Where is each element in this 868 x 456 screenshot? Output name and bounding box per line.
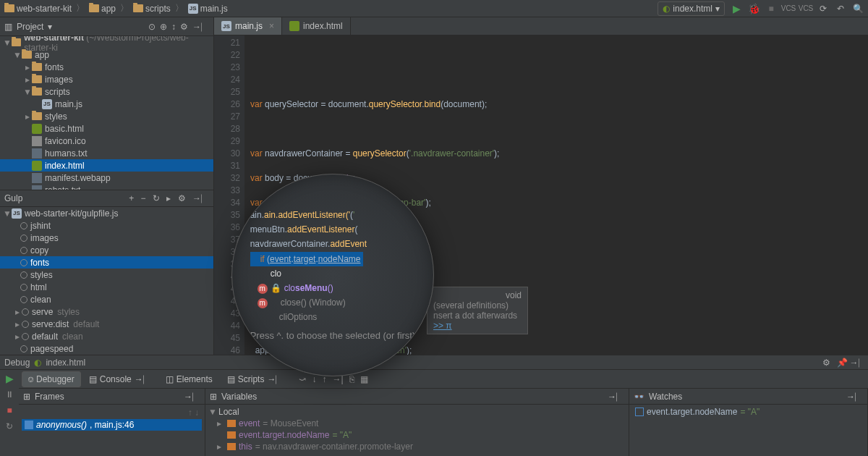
tree-folder-scripts[interactable]: ▼scripts bbox=[0, 85, 213, 98]
settings-icon[interactable]: ⚙ bbox=[820, 357, 832, 368]
tree-project-root[interactable]: ▼web-starter-kit (~/WebstormProjects/web… bbox=[0, 36, 213, 48]
gear-icon[interactable]: ⚙ bbox=[178, 193, 186, 203]
stack-frame[interactable]: anonymous(), main.js:46 bbox=[22, 419, 202, 431]
gulp-task[interactable]: html bbox=[0, 281, 213, 293]
collapse-all-icon[interactable]: ↕ bbox=[171, 22, 176, 32]
tab-console[interactable]: ▤ Console →⎸ bbox=[82, 371, 158, 387]
stop-button[interactable]: ■ bbox=[4, 405, 15, 416]
pin-icon[interactable]: 📌 bbox=[836, 357, 848, 368]
watch-row[interactable]: event.target.nodeName = "A" bbox=[632, 406, 864, 418]
locate-icon[interactable]: ⊕ bbox=[160, 22, 167, 32]
hide-icon[interactable]: →⎸ bbox=[192, 193, 209, 203]
hide-icon[interactable]: →⎸ bbox=[608, 392, 624, 402]
task-icon bbox=[20, 235, 27, 242]
project-tool-icon[interactable]: ▥ bbox=[4, 22, 12, 32]
refresh-icon[interactable]: ↻ bbox=[153, 193, 160, 203]
tree-file[interactable]: basic.html bbox=[0, 122, 213, 135]
sync-icon[interactable]: ⟳ bbox=[817, 3, 829, 14]
folder-icon bbox=[89, 4, 99, 12]
folder-icon bbox=[12, 38, 21, 46]
js-file-icon: JS bbox=[221, 21, 231, 31]
breadcrumb-item[interactable]: JSmain.js bbox=[188, 4, 228, 14]
gear-icon[interactable]: ⚙ bbox=[180, 22, 188, 32]
var-scope[interactable]: ▼Local bbox=[208, 406, 626, 418]
var-row[interactable]: ▸ event = MouseEvent bbox=[208, 418, 626, 429]
method-icon: m bbox=[258, 284, 268, 294]
close-icon[interactable]: × bbox=[269, 21, 274, 31]
task-icon bbox=[22, 308, 29, 316]
tree-folder-images[interactable]: ▸images bbox=[0, 73, 213, 85]
task-icon bbox=[22, 321, 29, 328]
remove-icon[interactable]: − bbox=[141, 193, 146, 203]
editor-tab-mainjs[interactable]: JSmain.js× bbox=[214, 17, 282, 35]
favicon-icon bbox=[32, 136, 42, 146]
debug-target: index.html bbox=[46, 358, 85, 368]
tab-elements[interactable]: ◫ Elements bbox=[159, 371, 219, 387]
completion-item[interactable]: closeMenu() bbox=[284, 283, 333, 293]
add-icon[interactable]: + bbox=[129, 193, 134, 203]
tooltip-link[interactable]: >> π bbox=[433, 321, 452, 331]
run-button[interactable]: ▶ bbox=[731, 3, 742, 14]
more-icon[interactable]: ▦ bbox=[360, 374, 368, 384]
down-icon[interactable]: ↓ bbox=[195, 408, 199, 418]
completion-item[interactable]: close() (Window) bbox=[281, 297, 346, 308]
gulp-task[interactable]: jshint bbox=[0, 219, 213, 232]
gulp-task-fonts[interactable]: fonts bbox=[0, 256, 213, 269]
gulp-task[interactable]: images bbox=[0, 232, 213, 244]
tree-file[interactable]: robots.txt bbox=[0, 184, 213, 190]
hide-icon[interactable]: →⎸ bbox=[852, 357, 864, 368]
gulp-file[interactable]: ▼JSweb-starter-kit/gulpfile.js bbox=[0, 207, 213, 219]
run-config-selector[interactable]: ◐ index.html ▾ bbox=[658, 1, 725, 16]
tree-folder-styles[interactable]: ▸styles bbox=[0, 110, 213, 122]
gulp-task[interactable]: clean bbox=[0, 293, 213, 305]
hide-icon[interactable]: →⎸ bbox=[192, 22, 209, 32]
var-row[interactable]: ▸ this = nav.navdrawer-container.promote… bbox=[208, 441, 626, 452]
var-row[interactable]: event.target.nodeName = "A" bbox=[208, 429, 626, 441]
variables-label: Variables bbox=[221, 392, 257, 402]
breadcrumb-item[interactable]: web-starter-kit bbox=[4, 4, 72, 14]
undo-icon[interactable]: ↶ bbox=[835, 3, 846, 14]
project-label: Project bbox=[17, 22, 43, 32]
rerun-button[interactable]: ↻ bbox=[4, 421, 15, 432]
watches-label: Watches bbox=[649, 392, 682, 402]
tree-file[interactable]: humans.txt bbox=[0, 147, 213, 159]
hide-icon[interactable]: →⎸ bbox=[846, 392, 863, 402]
pause-button[interactable]: ⏸ bbox=[4, 389, 15, 400]
up-icon[interactable]: ↑ bbox=[188, 408, 192, 418]
gulp-task[interactable]: pagespeed bbox=[0, 342, 213, 355]
gulp-task[interactable]: ▸serve styles bbox=[0, 305, 213, 318]
gulp-task[interactable]: ▸serve:dist default bbox=[0, 318, 213, 330]
html-file-icon bbox=[32, 161, 42, 171]
evaluate-icon[interactable]: ⎘ bbox=[349, 374, 354, 384]
frames-label: Frames bbox=[35, 392, 64, 402]
task-icon bbox=[20, 284, 27, 291]
tree-file[interactable]: favicon.ico bbox=[0, 135, 213, 147]
lock-icon: 🔒 bbox=[271, 283, 281, 293]
debug-button[interactable]: 🐞 bbox=[748, 3, 760, 14]
gulp-task[interactable]: styles bbox=[0, 269, 213, 281]
tree-file-mainjs[interactable]: JSmain.js bbox=[0, 98, 213, 110]
method-icon: m bbox=[258, 298, 268, 308]
breadcrumb-item[interactable]: scripts bbox=[133, 4, 171, 14]
step-over-icon[interactable]: ⤻ bbox=[299, 374, 306, 384]
stop-button[interactable]: ■ bbox=[765, 3, 777, 14]
folder-icon bbox=[32, 88, 42, 96]
tab-scripts[interactable]: ▤ Scripts →⎸ bbox=[221, 371, 291, 387]
hide-icon[interactable]: →⎸ bbox=[184, 392, 200, 402]
collapse-icon[interactable]: ⊙ bbox=[148, 22, 156, 32]
search-icon[interactable]: 🔍 bbox=[852, 3, 864, 14]
step-into-icon[interactable]: ↓ bbox=[312, 374, 316, 384]
editor-tab-index[interactable]: index.html bbox=[282, 17, 351, 35]
chevron-down-icon[interactable]: ▾ bbox=[48, 22, 52, 32]
breadcrumb-item[interactable]: app bbox=[89, 4, 116, 14]
tab-debugger[interactable]: ⎊ Debugger bbox=[22, 371, 81, 387]
chevron-right-icon: 〉 bbox=[76, 2, 85, 14]
tree-file[interactable]: manifest.webapp bbox=[0, 172, 213, 184]
gulp-task[interactable]: copy bbox=[0, 244, 213, 256]
completion-item[interactable]: cliOptions bbox=[279, 312, 318, 322]
run-icon[interactable]: ▸ bbox=[166, 193, 171, 203]
gulp-task[interactable]: ▸default clean bbox=[0, 330, 213, 342]
resume-button[interactable]: ▶ bbox=[4, 373, 15, 384]
tree-folder-fonts[interactable]: ▸fonts bbox=[0, 61, 213, 73]
tree-file-index[interactable]: index.html bbox=[0, 159, 213, 172]
